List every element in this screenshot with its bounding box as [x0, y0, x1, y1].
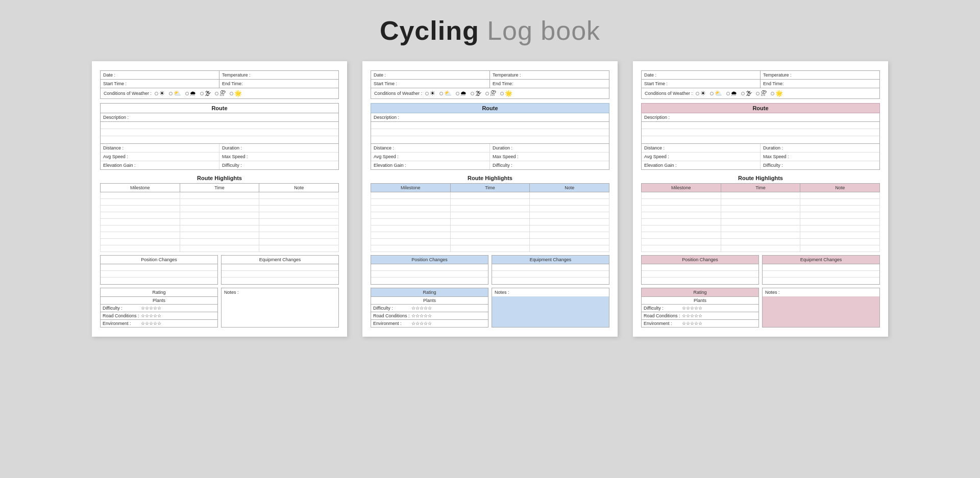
temperature-label: Temperature :	[761, 71, 879, 79]
logbook-3: Date : Temperature : Start Time : End Ti…	[633, 61, 888, 337]
duration-label: Duration :	[219, 144, 338, 152]
max-speed-label: Max Speed :	[761, 153, 879, 161]
road-conditions-row: Road Conditions : ☆☆☆☆☆	[100, 312, 218, 320]
rating-box: Rating Plants Difficulty : ☆☆☆☆☆ Road Co…	[100, 288, 218, 328]
duration-label: Duration :	[761, 144, 879, 152]
highlights-table: Milestone Time Note	[100, 183, 339, 252]
notes-box: Notes :	[492, 288, 609, 328]
page-title: Cycling Log book	[380, 15, 600, 61]
logbook-1: Date : Temperature : Start Time : End Ti…	[92, 61, 347, 337]
distance-label: Distance :	[371, 144, 490, 152]
rating-box: Rating Plants Difficulty : ☆☆☆☆☆ Road Co…	[641, 288, 759, 328]
weather-icons: ☀ ⛅ 🌧 🌫 ⛈ 🌟	[696, 90, 783, 97]
changes-section: Position Changes Equipment Changes	[371, 255, 609, 285]
weather-label: Conditions of Weather :	[374, 91, 422, 96]
distance-label: Distance :	[642, 144, 761, 152]
avg-speed-label: Avg Speed :	[371, 153, 490, 161]
start-time-label: Start Time :	[101, 80, 219, 88]
elevation-label: Elevation Gain :	[371, 161, 490, 169]
route-header: Route	[371, 103, 609, 113]
difficulty-label: Difficulty :	[490, 161, 609, 169]
end-time-label: End Time:	[490, 80, 609, 88]
notes-label: Notes :	[763, 288, 879, 296]
difficulty-row: Difficulty : ☆☆☆☆☆	[641, 305, 759, 312]
highlights-table: Milestone Time Note	[641, 183, 880, 252]
bottom-section: Rating Plants Difficulty : ☆☆☆☆☆ Road Co…	[371, 288, 609, 328]
route-header: Route	[641, 103, 880, 113]
road-conditions-row: Road Conditions : ☆☆☆☆☆	[641, 312, 759, 320]
max-speed-label: Max Speed :	[490, 153, 609, 161]
duration-label: Duration :	[490, 144, 609, 152]
weather-icons: ☀ ⛅ 🌧 🌫 ⛈ 🌟	[155, 90, 242, 97]
notes-label: Notes :	[492, 288, 609, 296]
difficulty-row: Difficulty : ☆☆☆☆☆	[371, 305, 488, 312]
end-time-label: End Time:	[761, 80, 879, 88]
start-time-label: Start Time :	[642, 80, 761, 88]
date-label: Date :	[371, 71, 490, 79]
avg-speed-label: Avg Speed :	[642, 153, 761, 161]
avg-speed-label: Avg Speed :	[101, 153, 219, 161]
highlights-title: Route Highlights	[641, 173, 880, 183]
date-label: Date :	[101, 71, 219, 79]
route-header: Route	[100, 103, 339, 113]
end-time-label: End Time:	[219, 80, 338, 88]
max-speed-label: Max Speed :	[219, 153, 338, 161]
temperature-label: Temperature :	[490, 71, 609, 79]
bottom-section: Rating Plants Difficulty : ☆☆☆☆☆ Road Co…	[641, 288, 880, 328]
equipment-changes: Equipment Changes	[221, 255, 339, 285]
rating-box: Rating Plants Difficulty : ☆☆☆☆☆ Road Co…	[371, 288, 488, 328]
logbook-2: Date : Temperature : Start Time : End Ti…	[362, 61, 618, 337]
date-label: Date :	[642, 71, 761, 79]
bottom-section: Rating Plants Difficulty : ☆☆☆☆☆ Road Co…	[100, 288, 339, 328]
temperature-label: Temperature :	[219, 71, 338, 79]
difficulty-label: Difficulty :	[219, 161, 338, 169]
changes-section: Position Changes Equipment Changes	[100, 255, 339, 285]
route-section: Route Description : Distance : Duration …	[100, 103, 339, 170]
highlights-title: Route Highlights	[100, 173, 339, 183]
equipment-changes: Equipment Changes	[762, 255, 880, 285]
distance-label: Distance :	[101, 144, 219, 152]
position-changes: Position Changes	[100, 255, 218, 285]
weather-label: Conditions of Weather :	[104, 91, 152, 96]
elevation-label: Elevation Gain :	[101, 161, 219, 169]
changes-section: Position Changes Equipment Changes	[641, 255, 880, 285]
notes-box: Notes :	[221, 288, 339, 328]
description-label: Description :	[641, 113, 880, 122]
position-changes: Position Changes	[641, 255, 759, 285]
notes-label: Notes :	[222, 288, 338, 296]
description-label: Description :	[371, 113, 609, 122]
start-time-label: Start Time :	[371, 80, 490, 88]
highlights-table: Milestone Time Note	[371, 183, 609, 252]
difficulty-row: Difficulty : ☆☆☆☆☆	[100, 305, 218, 312]
route-section: Route Description : Distance : Duration …	[641, 103, 880, 170]
logbooks-container: Date : Temperature : Start Time : End Ti…	[20, 61, 960, 337]
weather-icons: ☀ ⛅ 🌧 🌫 ⛈ 🌟	[425, 90, 512, 97]
description-label: Description :	[100, 113, 339, 122]
difficulty-label: Difficulty :	[761, 161, 879, 169]
position-changes: Position Changes	[371, 255, 488, 285]
road-conditions-row: Road Conditions : ☆☆☆☆☆	[371, 312, 488, 320]
notes-box: Notes :	[762, 288, 880, 328]
environment-row: Environment : ☆☆☆☆☆	[371, 320, 488, 328]
weather-label: Conditions of Weather :	[645, 91, 693, 96]
route-section: Route Description : Distance : Duration …	[371, 103, 609, 170]
equipment-changes: Equipment Changes	[492, 255, 609, 285]
environment-row: Environment : ☆☆☆☆☆	[641, 320, 759, 328]
elevation-label: Elevation Gain :	[642, 161, 761, 169]
highlights-title: Route Highlights	[371, 173, 609, 183]
environment-row: Environment : ☆☆☆☆☆	[100, 320, 218, 328]
